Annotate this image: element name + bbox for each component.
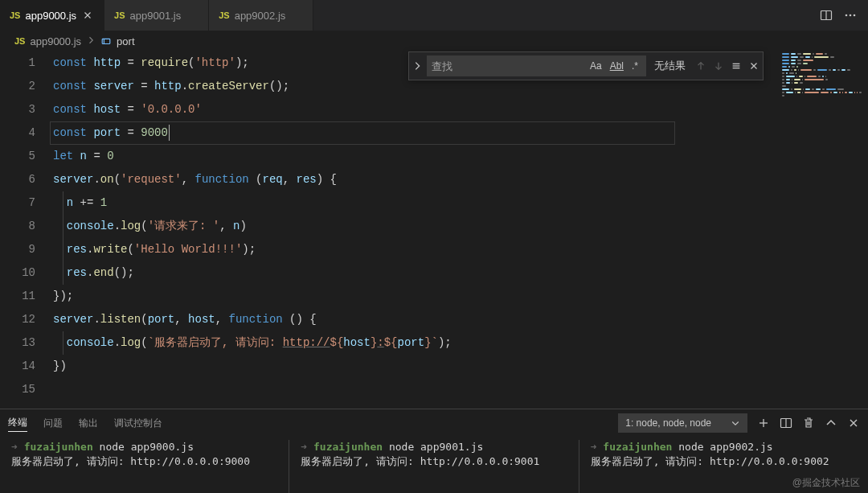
terminal-pane[interactable]: ➜ fuzaijunhen node app9000.js服务器启动了, 请访问… xyxy=(0,440,289,493)
code-line[interactable]: }); xyxy=(53,285,772,308)
line-number: 10 xyxy=(0,261,35,285)
close-panel-icon[interactable] xyxy=(847,417,860,429)
breadcrumb-symbol: port xyxy=(117,35,134,47)
new-terminal-icon[interactable] xyxy=(757,417,770,429)
maximize-panel-icon[interactable] xyxy=(825,417,837,429)
code-editor[interactable]: 123456789101112131415 const http = requi… xyxy=(0,51,868,409)
toggle-replace-icon[interactable] xyxy=(409,52,425,80)
line-number: 14 xyxy=(0,355,35,378)
line-number: 2 xyxy=(0,75,35,98)
tab-label: app9002.js xyxy=(235,10,286,22)
panel-tab-output[interactable]: 输出 xyxy=(79,415,98,432)
svg-point-4 xyxy=(854,14,856,17)
editor-tab-bar: JS app9000.js JS app9001.js JS app9002.j… xyxy=(0,0,868,31)
find-next-icon[interactable] xyxy=(710,57,727,75)
svg-point-2 xyxy=(845,14,848,17)
terminal-pane[interactable]: ➜ fuzaijunhen node app9001.js服务器启动了, 请访问… xyxy=(289,440,579,493)
svg-point-3 xyxy=(850,14,852,17)
terminal-selector-label: 1: node, node, node xyxy=(625,417,711,429)
breadcrumb[interactable]: JS app9000.js port xyxy=(0,31,868,51)
tab-actions xyxy=(809,9,868,22)
code-line[interactable]: server.on('request', function (req, res)… xyxy=(53,168,772,191)
find-in-selection-icon[interactable] xyxy=(727,57,745,75)
code-line[interactable]: res.write('Hello World!!!'); xyxy=(53,238,772,261)
editor-tab[interactable]: JS app9002.js xyxy=(209,0,313,31)
minimap[interactable] xyxy=(775,51,868,409)
watermark: @掘金技术社区 xyxy=(792,476,860,490)
editor-tab[interactable]: JS app9000.js xyxy=(0,0,104,31)
line-number: 6 xyxy=(0,168,35,191)
line-number: 5 xyxy=(0,145,35,168)
more-actions-icon[interactable] xyxy=(844,9,857,22)
match-case-toggle[interactable]: Aa xyxy=(587,59,605,73)
code-line[interactable]: const port = 9000 xyxy=(53,121,772,145)
svg-rect-5 xyxy=(102,39,110,43)
line-number: 13 xyxy=(0,331,35,355)
javascript-icon: JS xyxy=(219,10,229,20)
code-line[interactable]: server.listen(port, host, function () { xyxy=(53,308,772,331)
tab-label: app9001.js xyxy=(130,10,182,22)
line-number: 11 xyxy=(0,285,35,308)
code-line[interactable]: n += 1 xyxy=(53,191,772,215)
find-results-count: 无结果 xyxy=(648,59,692,73)
code-line[interactable] xyxy=(53,378,772,401)
find-input-wrap: Aa Abl .* xyxy=(427,55,646,76)
line-number: 9 xyxy=(0,238,35,261)
panel-tab-problems[interactable]: 问题 xyxy=(43,415,63,432)
line-number: 1 xyxy=(0,51,35,75)
panel-tab-debug[interactable]: 调试控制台 xyxy=(114,415,162,432)
terminal-selector[interactable]: 1: node, node, node xyxy=(618,413,747,433)
tab-label: app9000.js xyxy=(25,10,76,22)
symbol-variable-icon xyxy=(100,35,112,47)
find-input[interactable] xyxy=(432,60,585,72)
line-number: 15 xyxy=(0,378,35,401)
regex-toggle[interactable]: .* xyxy=(628,59,641,73)
line-number: 8 xyxy=(0,215,35,238)
javascript-icon: JS xyxy=(14,36,25,46)
panel-tab-terminal[interactable]: 终端 xyxy=(8,414,27,432)
split-editor-icon[interactable] xyxy=(820,9,833,22)
javascript-icon: JS xyxy=(10,10,20,20)
find-previous-icon[interactable] xyxy=(692,57,710,75)
find-widget: Aa Abl .* 无结果 xyxy=(408,51,764,80)
code-line[interactable]: console.log(`服务器启动了, 请访问: http://${host}… xyxy=(53,331,772,355)
chevron-right-icon xyxy=(86,35,96,47)
line-number: 12 xyxy=(0,308,35,331)
line-number: 7 xyxy=(0,191,35,215)
panel-tab-bar: 终端 问题 输出 调试控制台 1: node, node, node xyxy=(0,409,868,437)
editor-tab[interactable]: JS app9001.js xyxy=(104,0,209,31)
terminal-split-container: ➜ fuzaijunhen node app9000.js服务器启动了, 请访问… xyxy=(0,437,868,493)
bottom-panel: 终端 问题 输出 调试控制台 1: node, node, node xyxy=(0,409,868,493)
close-find-icon[interactable] xyxy=(745,57,763,75)
code-content[interactable]: const http = require('http');const serve… xyxy=(53,51,868,409)
line-number-gutter: 123456789101112131415 xyxy=(0,51,53,409)
close-icon[interactable] xyxy=(81,9,94,22)
code-line[interactable]: const host = '0.0.0.0' xyxy=(53,98,772,121)
javascript-icon: JS xyxy=(114,10,125,20)
split-terminal-icon[interactable] xyxy=(780,417,792,429)
panel-actions: 1: node, node, node xyxy=(618,413,860,433)
code-line[interactable]: let n = 0 xyxy=(53,145,772,168)
kill-terminal-icon[interactable] xyxy=(802,417,815,429)
code-line[interactable]: console.log('请求来了: ', n) xyxy=(53,215,772,238)
breadcrumb-file: app9000.js xyxy=(30,35,81,47)
code-line[interactable]: }) xyxy=(53,355,772,378)
code-line[interactable]: res.end(); xyxy=(53,261,772,285)
whole-word-toggle[interactable]: Abl xyxy=(607,59,627,73)
line-number: 4 xyxy=(0,121,35,145)
line-number: 3 xyxy=(0,98,35,121)
